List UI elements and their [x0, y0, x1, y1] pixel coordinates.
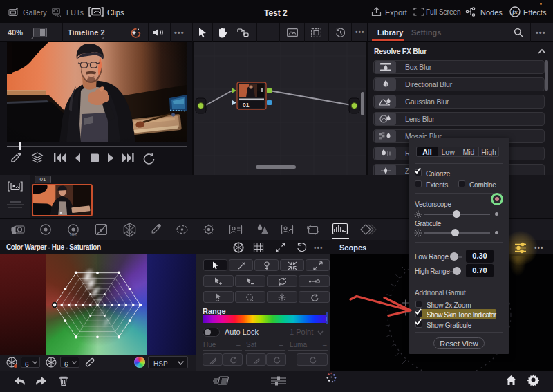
svg-text:HDR: HDR [70, 233, 77, 236]
svg-text:01: 01 [243, 102, 250, 109]
svg-text:fx: fx [512, 8, 518, 15]
